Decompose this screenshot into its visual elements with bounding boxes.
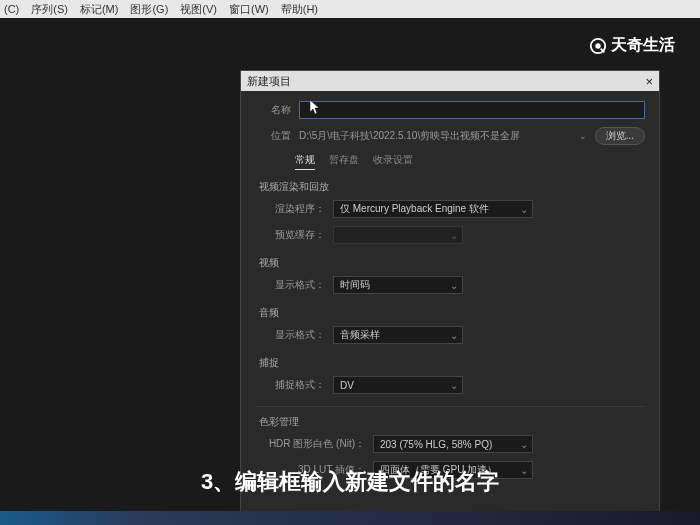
tabs: 常规 暂存盘 收录设置 xyxy=(295,153,645,170)
logo-icon xyxy=(589,37,607,55)
menu-item[interactable]: (C) xyxy=(4,3,19,15)
menubar: (C) 序列(S) 标记(M) 图形(G) 视图(V) 窗口(W) 帮助(H) xyxy=(0,0,700,18)
section-color-title: 色彩管理 xyxy=(259,415,645,429)
video-format-select[interactable]: 时间码 xyxy=(333,276,463,294)
tab-ingest[interactable]: 收录设置 xyxy=(373,153,413,170)
menu-item[interactable]: 序列(S) xyxy=(31,2,68,17)
renderer-label: 渲染程序： xyxy=(255,202,325,216)
instruction-caption: 3、编辑框输入新建文件的名字 xyxy=(0,467,700,497)
section-render-title: 视频渲染和回放 xyxy=(259,180,645,194)
renderer-select[interactable]: 仅 Mercury Playback Engine 软件 xyxy=(333,200,533,218)
capture-format-label: 捕捉格式： xyxy=(255,378,325,392)
dialog-titlebar[interactable]: 新建项目 × xyxy=(241,71,659,91)
browse-button[interactable]: 浏览... xyxy=(595,127,645,145)
tab-scratch[interactable]: 暂存盘 xyxy=(329,153,359,170)
hdr-label: HDR 图形白色 (Nit)： xyxy=(255,437,365,451)
watermark-text: 天奇生活 xyxy=(611,35,675,56)
menu-item[interactable]: 标记(M) xyxy=(80,2,119,17)
capture-format-select[interactable]: DV xyxy=(333,376,463,394)
watermark: 天奇生活 xyxy=(589,35,675,56)
menu-item[interactable]: 帮助(H) xyxy=(281,2,318,17)
new-project-dialog: 新建项目 × 名称 位置 D:\5月\电子科技\2022.5.10\剪映导出视频… xyxy=(240,70,660,525)
taskbar[interactable] xyxy=(0,511,700,525)
audio-format-label: 显示格式： xyxy=(255,328,325,342)
preview-cache-label: 预览缓存： xyxy=(255,228,325,242)
name-label: 名称 xyxy=(255,103,291,117)
location-value: D:\5月\电子科技\2022.5.10\剪映导出视频不是全屏 xyxy=(299,129,567,143)
menu-item[interactable]: 图形(G) xyxy=(130,2,168,17)
audio-format-select[interactable]: 音频采样 xyxy=(333,326,463,344)
chevron-down-icon[interactable]: ⌄ xyxy=(579,131,587,141)
dialog-title: 新建项目 xyxy=(247,74,291,89)
section-video-title: 视频 xyxy=(259,256,645,270)
svg-point-1 xyxy=(595,43,600,48)
menu-item[interactable]: 视图(V) xyxy=(180,2,217,17)
hdr-select[interactable]: 203 (75% HLG, 58% PQ) xyxy=(373,435,533,453)
name-input[interactable] xyxy=(299,101,645,119)
preview-cache-select[interactable] xyxy=(333,226,463,244)
menu-item[interactable]: 窗口(W) xyxy=(229,2,269,17)
tab-general[interactable]: 常规 xyxy=(295,153,315,170)
video-format-label: 显示格式： xyxy=(255,278,325,292)
close-icon[interactable]: × xyxy=(645,74,653,89)
section-capture-title: 捕捉 xyxy=(259,356,645,370)
section-audio-title: 音频 xyxy=(259,306,645,320)
location-label: 位置 xyxy=(255,129,291,143)
